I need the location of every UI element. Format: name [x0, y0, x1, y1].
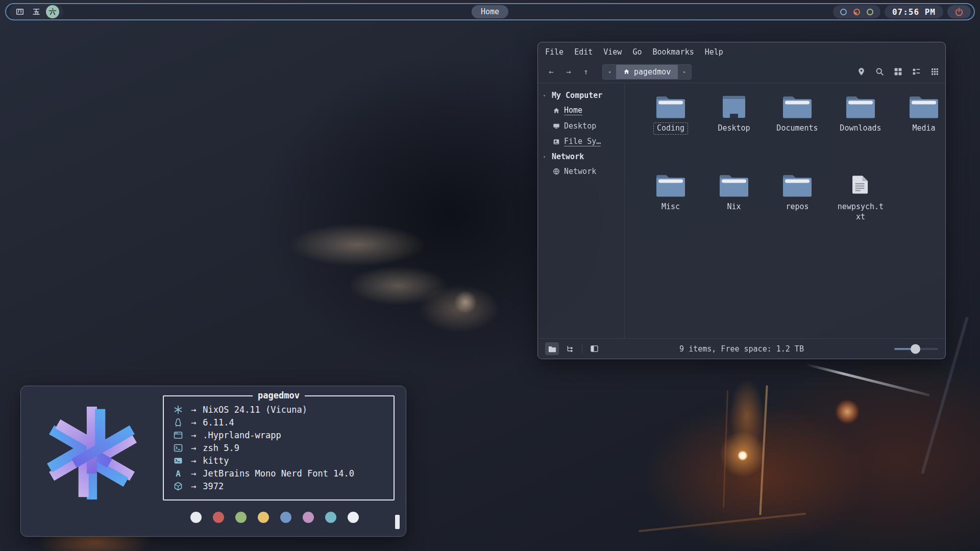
file-item-newpsych-txt[interactable]: newpsych.txt: [830, 172, 891, 251]
file-item-repos[interactable]: repos: [767, 172, 827, 251]
fetch-row-terminal: → kitty: [172, 455, 394, 466]
sidebar-item-desktop[interactable]: Desktop: [543, 118, 624, 134]
active-window-title[interactable]: Home: [472, 5, 508, 18]
fetch-row-font: A → JetBrains Mono Nerd Font 14.0: [172, 468, 394, 479]
file-grid: Coding Desktop Documents Downloads: [625, 83, 946, 338]
chevron-down-icon[interactable]: ▾: [543, 155, 548, 159]
fetch-row-shell: → zsh 5.9: [172, 442, 394, 454]
path-bar: ◂ pagedmov ▸: [602, 64, 692, 80]
menu-view[interactable]: View: [603, 47, 622, 57]
fetch-arrow: →: [191, 405, 196, 415]
palette-dot: [348, 512, 359, 523]
up-button[interactable]: ↑: [579, 65, 593, 79]
zoom-slider-handle[interactable]: [911, 344, 920, 354]
divider: [582, 344, 582, 354]
sidebar-item-file-system[interactable]: File Sy…: [543, 134, 624, 149]
fetch-terminal-value: kitty: [203, 456, 229, 466]
blue-ring-icon[interactable]: [840, 8, 847, 16]
clock[interactable]: 07:56 PM: [885, 5, 943, 18]
workspace-4[interactable]: [13, 5, 27, 18]
location-pin-icon[interactable]: [857, 67, 866, 76]
menu-edit[interactable]: Edit: [574, 47, 593, 57]
toggle-side-pane-button[interactable]: [587, 342, 601, 355]
green-ring-icon[interactable]: [866, 8, 874, 16]
list-view-icon[interactable]: [912, 67, 921, 76]
power-button[interactable]: [947, 5, 971, 18]
menu-bookmarks[interactable]: Bookmarks: [652, 47, 694, 57]
sidebar-item-network[interactable]: Network: [543, 164, 624, 179]
fetch-row-packages: → 3972: [172, 481, 394, 492]
menu-bar: File Edit View Go Bookmarks Help: [538, 42, 945, 61]
sidebar-section-network[interactable]: ▾ Network: [543, 149, 624, 164]
file-manager-window: File Edit View Go Bookmarks Help ← → ↑ ◂…: [537, 42, 946, 359]
workspace-6-active[interactable]: [46, 5, 59, 18]
menu-help[interactable]: Help: [705, 47, 723, 57]
places-pane-button[interactable]: [545, 342, 559, 355]
chevron-down-icon[interactable]: ▾: [543, 93, 548, 98]
folder-icon: [718, 172, 750, 197]
fetch-arrow: →: [191, 456, 196, 466]
path-segment-label: pagedmov: [634, 67, 671, 77]
palette-dot: [190, 512, 202, 523]
workspace-5[interactable]: [30, 5, 43, 18]
palette-dot: [325, 512, 336, 523]
fetch-arrow: →: [191, 468, 196, 479]
power-icon: [954, 7, 964, 16]
path-segment-home[interactable]: pagedmov: [616, 65, 678, 79]
nixos-logo: [37, 398, 146, 508]
desktop-folder-icon: [718, 93, 750, 119]
file-item-media[interactable]: Media: [894, 93, 946, 172]
file-item-coding[interactable]: Coding: [641, 93, 701, 172]
fetch-os-value: NixOS 24.11 (Vicuna): [203, 405, 307, 415]
path-scroll-left-icon[interactable]: ◂: [603, 65, 616, 79]
forward-button[interactable]: →: [561, 65, 576, 79]
folder-icon: [781, 172, 813, 197]
fetch-row-kernel: → 6.11.4: [172, 417, 394, 428]
folder-icon: [908, 93, 940, 119]
fetch-hostname: pagedmov: [253, 390, 305, 400]
icon-view-icon[interactable]: [894, 67, 902, 76]
shell-icon: [172, 443, 184, 453]
workspace-5-glyph: [32, 8, 40, 16]
folder-icon: [845, 93, 876, 119]
lantern-highlight: [723, 390, 728, 508]
compact-view-icon[interactable]: [930, 67, 939, 76]
file-item-misc[interactable]: Misc: [641, 172, 701, 251]
status-text: 9 items, Free space: 1.2 TB: [679, 344, 804, 354]
sidebar-section-my-computer[interactable]: ▾ My Computer: [543, 88, 624, 103]
zoom-slider[interactable]: [894, 348, 938, 350]
kernel-icon: [172, 418, 184, 427]
file-item-documents[interactable]: Documents: [767, 93, 827, 172]
fetch-packages-value: 3972: [203, 481, 224, 491]
lantern-highlight: [759, 385, 768, 515]
palette-dot: [280, 512, 291, 523]
drive-icon: [553, 138, 560, 145]
palette-dot: [235, 512, 247, 523]
file-item-desktop[interactable]: Desktop: [704, 93, 764, 172]
file-item-downloads[interactable]: Downloads: [830, 93, 891, 172]
fetch-font-value: JetBrains Mono Nerd Font 14.0: [203, 468, 354, 479]
fetch-arrow: →: [191, 443, 196, 453]
tree-pane-button[interactable]: [563, 342, 577, 355]
fetch-arrow: →: [191, 481, 196, 491]
back-button[interactable]: ←: [544, 65, 558, 79]
palette-dot: [303, 512, 314, 523]
status-bar: 9 items, Free space: 1.2 TB: [538, 338, 945, 359]
file-item-nix[interactable]: Nix: [704, 172, 764, 251]
path-scroll-right-icon[interactable]: ▸: [678, 65, 691, 79]
sidebar-item-home[interactable]: Home: [543, 103, 624, 118]
search-icon[interactable]: [875, 67, 884, 76]
light-streak: [639, 513, 806, 532]
fetch-info-panel: pagedmov → NixOS 24.11 (Vicuna) → 6.11.4…: [163, 395, 395, 500]
terminal-window[interactable]: pagedmov → NixOS 24.11 (Vicuna) → 6.11.4…: [20, 386, 406, 537]
menu-file[interactable]: File: [545, 47, 564, 57]
fetch-row-os: → NixOS 24.11 (Vicuna): [172, 404, 394, 415]
menu-go[interactable]: Go: [632, 47, 642, 57]
font-icon: A: [172, 469, 184, 479]
orange-progress-icon[interactable]: [853, 8, 861, 16]
light-streak: [805, 363, 930, 396]
places-sidebar: ▾ My Computer Home Desktop File Sy… ▾: [538, 83, 625, 338]
fetch-arrow: →: [191, 430, 196, 440]
fetch-rows: → NixOS 24.11 (Vicuna) → 6.11.4 → .Hyprl…: [164, 396, 394, 492]
folder-icon: [655, 172, 687, 197]
